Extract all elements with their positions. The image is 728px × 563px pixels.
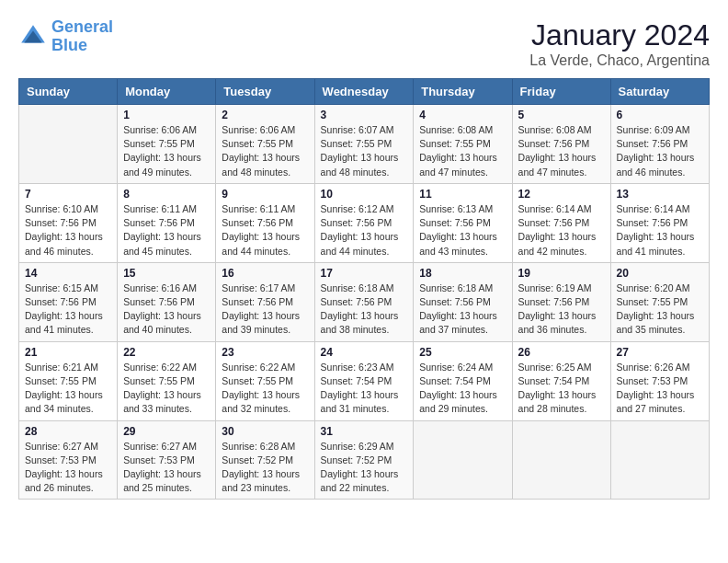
day-number: 30 bbox=[222, 425, 308, 438]
day-number: 18 bbox=[419, 267, 506, 280]
logo-text: General Blue bbox=[51, 18, 113, 55]
calendar-cell: 14Sunrise: 6:15 AMSunset: 7:56 PMDayligh… bbox=[19, 262, 118, 341]
day-info: Sunrise: 6:10 AMSunset: 7:56 PMDaylight:… bbox=[25, 202, 111, 259]
calendar-cell bbox=[19, 105, 118, 184]
calendar-cell: 3Sunrise: 6:07 AMSunset: 7:55 PMDaylight… bbox=[314, 105, 414, 184]
calendar-cell: 17Sunrise: 6:18 AMSunset: 7:56 PMDayligh… bbox=[314, 262, 414, 341]
day-info: Sunrise: 6:28 AMSunset: 7:52 PMDaylight:… bbox=[222, 440, 308, 496]
calendar-cell: 6Sunrise: 6:09 AMSunset: 7:56 PMDaylight… bbox=[610, 105, 709, 184]
calendar-cell: 15Sunrise: 6:16 AMSunset: 7:56 PMDayligh… bbox=[118, 262, 216, 341]
calendar-cell: 31Sunrise: 6:29 AMSunset: 7:52 PMDayligh… bbox=[314, 420, 414, 500]
day-info: Sunrise: 6:19 AMSunset: 7:56 PMDaylight:… bbox=[518, 282, 605, 338]
day-info: Sunrise: 6:24 AMSunset: 7:54 PMDaylight:… bbox=[419, 361, 506, 417]
day-info: Sunrise: 6:14 AMSunset: 7:56 PMDaylight:… bbox=[518, 202, 605, 259]
calendar-cell: 12Sunrise: 6:14 AMSunset: 7:56 PMDayligh… bbox=[512, 183, 610, 262]
calendar-week-3: 14Sunrise: 6:15 AMSunset: 7:56 PMDayligh… bbox=[19, 262, 710, 341]
calendar-cell: 23Sunrise: 6:22 AMSunset: 7:55 PMDayligh… bbox=[216, 341, 314, 420]
calendar-week-2: 7Sunrise: 6:10 AMSunset: 7:56 PMDaylight… bbox=[19, 183, 710, 262]
day-info: Sunrise: 6:22 AMSunset: 7:55 PMDaylight:… bbox=[222, 361, 308, 417]
day-number: 16 bbox=[222, 267, 308, 280]
calendar-cell: 18Sunrise: 6:18 AMSunset: 7:56 PMDayligh… bbox=[414, 262, 512, 341]
day-number: 13 bbox=[617, 188, 703, 201]
day-number: 5 bbox=[518, 109, 605, 121]
header-day-saturday: Saturday bbox=[610, 79, 709, 105]
logo: General Blue bbox=[18, 18, 113, 55]
calendar-cell bbox=[512, 420, 610, 500]
day-info: Sunrise: 6:22 AMSunset: 7:55 PMDaylight:… bbox=[123, 361, 210, 417]
page-header: General Blue January 2024 La Verde, Chac… bbox=[18, 18, 710, 69]
calendar-cell: 4Sunrise: 6:08 AMSunset: 7:55 PMDaylight… bbox=[414, 105, 512, 184]
day-number: 22 bbox=[123, 346, 210, 359]
day-number: 27 bbox=[617, 346, 703, 359]
day-number: 23 bbox=[222, 346, 308, 359]
day-number: 29 bbox=[123, 425, 210, 438]
day-number: 9 bbox=[222, 188, 308, 201]
calendar-cell: 24Sunrise: 6:23 AMSunset: 7:54 PMDayligh… bbox=[314, 341, 414, 420]
calendar-cell: 5Sunrise: 6:08 AMSunset: 7:56 PMDaylight… bbox=[512, 105, 610, 184]
calendar-header-row: SundayMondayTuesdayWednesdayThursdayFrid… bbox=[19, 79, 710, 105]
calendar-cell: 30Sunrise: 6:28 AMSunset: 7:52 PMDayligh… bbox=[216, 420, 314, 500]
day-info: Sunrise: 6:27 AMSunset: 7:53 PMDaylight:… bbox=[123, 440, 210, 496]
calendar-cell: 21Sunrise: 6:21 AMSunset: 7:55 PMDayligh… bbox=[19, 341, 118, 420]
day-info: Sunrise: 6:18 AMSunset: 7:56 PMDaylight:… bbox=[419, 282, 506, 338]
day-number: 20 bbox=[617, 267, 703, 280]
header-day-tuesday: Tuesday bbox=[216, 79, 314, 105]
calendar-cell: 26Sunrise: 6:25 AMSunset: 7:54 PMDayligh… bbox=[512, 341, 610, 420]
calendar-cell: 16Sunrise: 6:17 AMSunset: 7:56 PMDayligh… bbox=[216, 262, 314, 341]
day-number: 17 bbox=[321, 267, 408, 280]
calendar-week-5: 28Sunrise: 6:27 AMSunset: 7:53 PMDayligh… bbox=[19, 420, 710, 500]
calendar-title: January 2024 bbox=[529, 18, 710, 52]
day-number: 31 bbox=[321, 425, 408, 438]
day-number: 21 bbox=[25, 346, 111, 359]
calendar-week-1: 1Sunrise: 6:06 AMSunset: 7:55 PMDaylight… bbox=[19, 105, 710, 184]
header-day-thursday: Thursday bbox=[414, 79, 512, 105]
day-number: 11 bbox=[419, 188, 506, 201]
day-info: Sunrise: 6:18 AMSunset: 7:56 PMDaylight:… bbox=[321, 282, 408, 338]
day-info: Sunrise: 6:21 AMSunset: 7:55 PMDaylight:… bbox=[25, 361, 111, 417]
day-number: 10 bbox=[321, 188, 408, 201]
calendar-cell: 27Sunrise: 6:26 AMSunset: 7:53 PMDayligh… bbox=[610, 341, 709, 420]
day-info: Sunrise: 6:13 AMSunset: 7:56 PMDaylight:… bbox=[419, 202, 506, 259]
logo-icon bbox=[18, 22, 48, 52]
day-number: 12 bbox=[518, 188, 605, 201]
day-info: Sunrise: 6:23 AMSunset: 7:54 PMDaylight:… bbox=[321, 361, 408, 417]
calendar-cell bbox=[414, 420, 512, 500]
header-day-sunday: Sunday bbox=[19, 79, 118, 105]
day-info: Sunrise: 6:16 AMSunset: 7:56 PMDaylight:… bbox=[123, 282, 210, 338]
logo-line2: Blue bbox=[51, 36, 87, 54]
calendar-week-4: 21Sunrise: 6:21 AMSunset: 7:55 PMDayligh… bbox=[19, 341, 710, 420]
header-day-friday: Friday bbox=[512, 79, 610, 105]
day-info: Sunrise: 6:07 AMSunset: 7:55 PMDaylight:… bbox=[321, 123, 408, 179]
day-info: Sunrise: 6:14 AMSunset: 7:56 PMDaylight:… bbox=[617, 202, 703, 259]
day-number: 15 bbox=[123, 267, 210, 280]
day-info: Sunrise: 6:09 AMSunset: 7:56 PMDaylight:… bbox=[617, 123, 703, 179]
day-info: Sunrise: 6:08 AMSunset: 7:55 PMDaylight:… bbox=[419, 123, 506, 179]
day-info: Sunrise: 6:26 AMSunset: 7:53 PMDaylight:… bbox=[617, 361, 703, 417]
calendar-cell: 20Sunrise: 6:20 AMSunset: 7:55 PMDayligh… bbox=[610, 262, 709, 341]
header-day-monday: Monday bbox=[118, 79, 216, 105]
day-info: Sunrise: 6:25 AMSunset: 7:54 PMDaylight:… bbox=[518, 361, 605, 417]
day-info: Sunrise: 6:06 AMSunset: 7:55 PMDaylight:… bbox=[222, 123, 308, 179]
day-info: Sunrise: 6:08 AMSunset: 7:56 PMDaylight:… bbox=[518, 123, 605, 179]
calendar-cell: 1Sunrise: 6:06 AMSunset: 7:55 PMDaylight… bbox=[118, 105, 216, 184]
header-day-wednesday: Wednesday bbox=[314, 79, 414, 105]
calendar-cell: 7Sunrise: 6:10 AMSunset: 7:56 PMDaylight… bbox=[19, 183, 118, 262]
day-number: 8 bbox=[123, 188, 210, 201]
calendar-table: SundayMondayTuesdayWednesdayThursdayFrid… bbox=[18, 78, 710, 500]
calendar-cell: 19Sunrise: 6:19 AMSunset: 7:56 PMDayligh… bbox=[512, 262, 610, 341]
day-info: Sunrise: 6:06 AMSunset: 7:55 PMDaylight:… bbox=[123, 123, 210, 179]
day-number: 7 bbox=[25, 188, 111, 201]
day-number: 19 bbox=[518, 267, 605, 280]
calendar-cell: 10Sunrise: 6:12 AMSunset: 7:56 PMDayligh… bbox=[314, 183, 414, 262]
calendar-cell: 2Sunrise: 6:06 AMSunset: 7:55 PMDaylight… bbox=[216, 105, 314, 184]
day-number: 1 bbox=[123, 109, 210, 121]
calendar-cell: 25Sunrise: 6:24 AMSunset: 7:54 PMDayligh… bbox=[414, 341, 512, 420]
calendar-cell: 28Sunrise: 6:27 AMSunset: 7:53 PMDayligh… bbox=[19, 420, 118, 500]
day-number: 28 bbox=[25, 425, 111, 438]
calendar-cell: 22Sunrise: 6:22 AMSunset: 7:55 PMDayligh… bbox=[118, 341, 216, 420]
day-info: Sunrise: 6:15 AMSunset: 7:56 PMDaylight:… bbox=[25, 282, 111, 338]
title-block: January 2024 La Verde, Chaco, Argentina bbox=[529, 18, 710, 69]
day-info: Sunrise: 6:29 AMSunset: 7:52 PMDaylight:… bbox=[321, 440, 408, 496]
day-number: 3 bbox=[321, 109, 408, 121]
calendar-cell: 8Sunrise: 6:11 AMSunset: 7:56 PMDaylight… bbox=[118, 183, 216, 262]
